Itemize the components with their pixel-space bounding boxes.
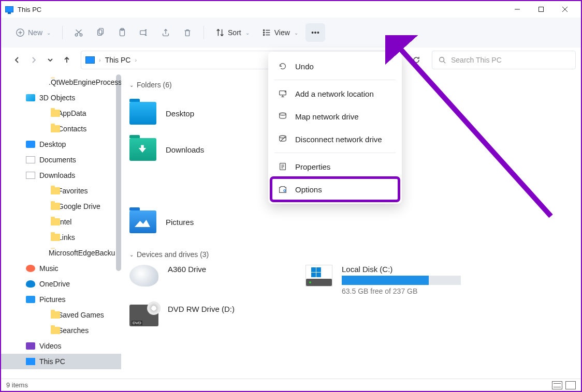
this-pc-icon <box>5 6 13 12</box>
menu-item-label: Add a network location <box>295 89 374 98</box>
search-box[interactable] <box>432 51 576 69</box>
chevron-down-icon: ⌄ <box>47 30 51 36</box>
folder-icon <box>26 94 35 101</box>
folder-pictures[interactable]: Pictures <box>129 204 274 240</box>
svg-point-28 <box>317 32 319 34</box>
sidebar-item-label: This PC <box>39 357 65 366</box>
rename-icon <box>139 28 149 37</box>
sidebar-item[interactable]: Saved Games <box>1 307 121 323</box>
sidebar-item[interactable]: Desktop <box>1 137 121 152</box>
sidebar-item-label: Searches <box>58 326 89 335</box>
svg-line-30 <box>444 62 446 64</box>
breadcrumb-segment[interactable]: This PC <box>105 56 131 64</box>
sidebar-item-label: Pictures <box>39 295 66 304</box>
sidebar-item[interactable]: Links <box>1 230 121 245</box>
view-icon <box>262 28 271 37</box>
folder-icon <box>51 125 60 132</box>
menu-item-netloc[interactable]: Add a network location <box>271 82 399 105</box>
chevron-down-icon: ⌄ <box>245 30 250 36</box>
menu-separator <box>274 153 396 153</box>
drive-dvd[interactable]: DVD RW Drive (D:) <box>129 305 285 326</box>
sidebar-item[interactable]: OneDrive <box>1 276 121 292</box>
new-button[interactable]: New ⌄ <box>10 23 56 42</box>
sidebar-item[interactable]: Searches <box>1 323 121 338</box>
sidebar-item[interactable]: Google Drive <box>1 199 121 214</box>
close-button[interactable] <box>553 1 577 18</box>
sidebar-item-label: 3D Objects <box>39 94 75 102</box>
svg-rect-11 <box>98 30 102 36</box>
svg-point-29 <box>440 57 444 62</box>
folder-icon <box>51 187 60 194</box>
drive-a360[interactable]: A360 Drive <box>129 265 285 295</box>
sidebar-item-label: Contacts <box>58 125 86 133</box>
folder-icon <box>51 110 60 117</box>
drive-local-disk[interactable]: Local Disk (C:) 63.5 GB free of 237 GB <box>305 265 461 295</box>
sidebar-item-label: AppData <box>58 109 86 117</box>
sidebar-item[interactable]: MicrosoftEdgeBacku <box>1 245 121 261</box>
maximize-button[interactable] <box>529 1 553 18</box>
sidebar-item-label: MicrosoftEdgeBacku <box>49 249 115 257</box>
sidebar-item[interactable]: .QtWebEngineProcess <box>1 74 121 90</box>
svg-point-22 <box>263 34 264 35</box>
search-input[interactable] <box>451 56 569 64</box>
svg-point-36 <box>280 113 286 115</box>
command-bar: New ⌄ Sort ⌄ View ⌄ <box>1 18 581 48</box>
sidebar-item[interactable]: Downloads <box>1 168 121 183</box>
folder-desktop[interactable]: Desktop <box>129 95 274 131</box>
menu-item-props[interactable]: Properties <box>271 155 399 178</box>
paste-button[interactable] <box>112 23 132 42</box>
forward-button[interactable] <box>29 55 38 65</box>
navigation-pane[interactable]: .QtWebEngineProcess3D ObjectsAppDataCont… <box>1 72 121 381</box>
folder-label: Pictures <box>166 218 194 227</box>
title-bar: This PC <box>1 1 581 18</box>
details-view-toggle[interactable] <box>552 381 562 389</box>
sort-button[interactable]: Sort ⌄ <box>210 23 255 42</box>
recent-button[interactable] <box>46 55 55 65</box>
sidebar-item[interactable]: AppData <box>1 105 121 121</box>
large-icons-view-toggle[interactable] <box>565 381 576 389</box>
sidebar-item[interactable]: Videos <box>1 338 121 354</box>
sidebar-item[interactable]: Intel <box>1 214 121 230</box>
desktop-folder-icon <box>129 102 156 125</box>
share-icon <box>161 28 170 37</box>
drive-usage-bar <box>342 276 461 285</box>
svg-point-43 <box>284 190 286 192</box>
local-disk-icon <box>305 265 332 287</box>
drives-group-header[interactable]: ⌄ Devices and drives (3) <box>129 250 573 259</box>
share-button[interactable] <box>156 23 176 42</box>
separator <box>62 26 63 39</box>
svg-line-38 <box>281 137 285 142</box>
sidebar-item[interactable]: Pictures <box>1 292 121 307</box>
clipboard-icon <box>118 28 127 37</box>
refresh-button[interactable] <box>407 51 426 69</box>
sidebar-item[interactable]: Music <box>1 261 121 276</box>
sidebar-item[interactable]: This PC <box>1 354 121 369</box>
chevron-down-icon: ⌄ <box>294 30 298 36</box>
menu-item-undo[interactable]: Undo <box>271 55 399 78</box>
sidebar-item[interactable]: 3D Objects <box>1 90 121 105</box>
sidebar-item-label: Links <box>58 233 75 242</box>
sidebar-item[interactable]: Favorites <box>1 183 121 199</box>
sidebar-item[interactable]: Contacts <box>1 121 121 137</box>
folder-icon <box>26 342 35 350</box>
menu-item-disconnect[interactable]: Disconnect network drive <box>271 128 399 150</box>
copy-button[interactable] <box>91 23 110 42</box>
folder-icon <box>26 156 35 163</box>
folder-downloads[interactable]: Downloads <box>129 131 274 168</box>
chevron-right-icon: › <box>99 57 101 63</box>
menu-item-options[interactable]: Options <box>271 178 399 201</box>
delete-button[interactable] <box>178 23 197 42</box>
back-button[interactable] <box>12 55 22 65</box>
sidebar-item-label: Videos <box>39 342 62 350</box>
view-button[interactable]: View ⌄ <box>257 23 303 42</box>
more-button[interactable] <box>305 23 325 42</box>
cut-button[interactable] <box>69 23 89 42</box>
sidebar-item-label: Music <box>39 264 59 273</box>
menu-item-mapdrive[interactable]: Map network drive <box>271 105 399 128</box>
sidebar-item[interactable]: Documents <box>1 152 121 168</box>
up-button[interactable] <box>62 55 71 65</box>
minimize-button[interactable] <box>505 1 529 18</box>
rename-button[interactable] <box>134 23 154 42</box>
menu-item-label: Properties <box>295 162 330 171</box>
undo-icon <box>278 61 288 71</box>
